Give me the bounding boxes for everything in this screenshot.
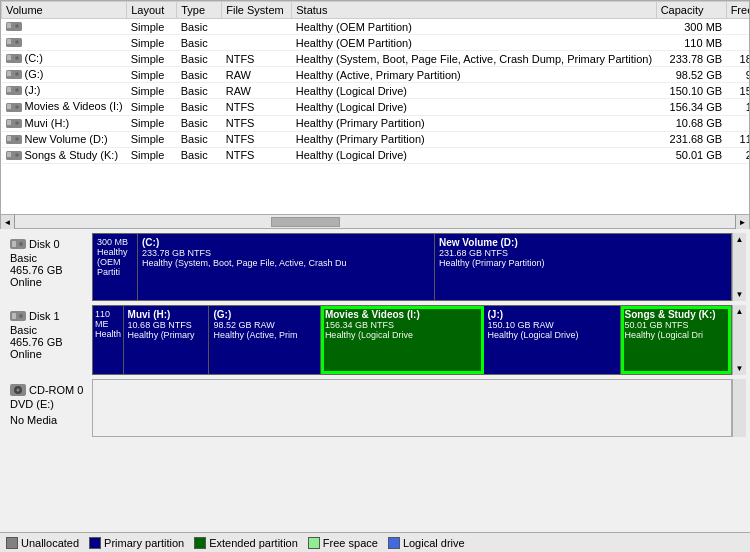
col-free[interactable]: Free Space [726,2,750,19]
table-row[interactable]: (J:) Simple Basic RAW Healthy (Logical D… [2,83,751,99]
disk0-part2[interactable]: (C:) 233.78 GB NTFS Healthy (System, Boo… [138,234,435,300]
table-row[interactable]: New Volume (D:) Simple Basic NTFS Health… [2,131,751,147]
cell-volume: Movies & Videos (I:) [2,99,127,115]
cell-layout: Simple [127,51,177,67]
legend-unallocated-label: Unallocated [21,537,79,549]
svg-rect-7 [7,55,11,60]
disk1-part1[interactable]: 110 ME Health [93,306,124,374]
svg-point-14 [15,89,19,93]
scroll-left-btn[interactable]: ◄ [1,215,15,229]
cell-free: 110 MB [726,35,750,51]
cell-status: Healthy (Logical Drive) [292,99,656,115]
col-capacity[interactable]: Capacity [656,2,726,19]
svg-rect-31 [12,313,16,319]
cell-type: Basic [177,19,222,35]
disk0-partitions: 300 MB Healthy (OEM Partiti (C:) 233.78 … [92,233,732,301]
table-row[interactable]: (C:) Simple Basic NTFS Healthy (System, … [2,51,751,67]
disk1-name: Disk 1 [29,310,60,322]
cdrom-name: CD-ROM 0 [29,384,83,396]
hdd-icon [6,37,22,49]
cell-filesystem: RAW [222,67,292,83]
legend-logical-box [388,537,400,549]
cell-layout: Simple [127,35,177,51]
hdd-icon [6,118,22,130]
hdd-icon [6,102,22,114]
hdd-icon [6,85,22,97]
svg-rect-16 [7,104,11,109]
svg-rect-13 [7,87,11,92]
cell-capacity: 233.78 GB [656,51,726,67]
legend: Unallocated Primary partition Extended p… [0,532,750,552]
disk0-part1[interactable]: 300 MB Healthy (OEM Partiti [93,234,138,300]
vscroll-cdrom[interactable] [732,379,746,437]
cell-type: Basic [177,147,222,163]
svg-rect-19 [7,120,11,125]
cdrom-row: CD-ROM 0 DVD (E:) No Media [4,379,746,437]
cell-capacity: 156.34 GB [656,99,726,115]
disk0-status: Online [10,276,42,288]
cell-free: 150.10 GB [726,83,750,99]
cell-layout: Simple [127,19,177,35]
svg-point-29 [19,242,23,246]
cell-layout: Simple [127,115,177,131]
svg-point-8 [15,56,19,60]
table-row[interactable]: Simple Basic Healthy (OEM Partition) 110… [2,35,751,51]
cell-free: 1.52 GB [726,115,750,131]
disk1-row: Disk 1 Basic 465.76 GB Online 110 ME Hea… [4,305,746,375]
legend-extended-label: Extended partition [209,537,298,549]
legend-logical-label: Logical drive [403,537,465,549]
table-row[interactable]: Simple Basic Healthy (OEM Partition) 300… [2,19,751,35]
cell-volume: (C:) [2,51,127,67]
cell-layout: Simple [127,67,177,83]
table-row[interactable]: (G:) Simple Basic RAW Healthy (Active, P… [2,67,751,83]
col-status[interactable]: Status [292,2,656,19]
table-row[interactable]: Songs & Study (K:) Simple Basic NTFS Hea… [2,147,751,163]
cell-filesystem [222,19,292,35]
cell-status: Healthy (OEM Partition) [292,35,656,51]
table-row[interactable]: Muvi (H:) Simple Basic NTFS Healthy (Pri… [2,115,751,131]
disk1-part2[interactable]: Muvi (H:) 10.68 GB NTFS Healthy (Primary [124,306,210,374]
disk0-type: Basic [10,252,37,264]
col-type[interactable]: Type [177,2,222,19]
disk1-part3[interactable]: (G:) 98.52 GB RAW Healthy (Active, Prim [209,306,320,374]
disk0-part3[interactable]: New Volume (D:) 231.68 GB NTFS Healthy (… [435,234,731,300]
cell-capacity: 50.01 GB [656,147,726,163]
disk1-type: Basic [10,324,37,336]
disk1-icon [10,309,26,323]
cell-capacity: 110 MB [656,35,726,51]
legend-unallocated: Unallocated [6,537,79,549]
disk1-part4[interactable]: Movies & Videos (I:) 156.34 GB NTFS Heal… [321,306,484,374]
cell-free: 12.02 GB [726,99,750,115]
scroll-right-btn[interactable]: ► [735,215,749,229]
vscroll-disk0[interactable]: ▲ ▼ [732,233,746,301]
col-filesystem[interactable]: File System [222,2,292,19]
vscroll-disk1[interactable]: ▲ ▼ [732,305,746,375]
cell-status: Healthy (System, Boot, Page File, Active… [292,51,656,67]
cell-layout: Simple [127,147,177,163]
cell-free: 21.38 GB [726,147,750,163]
svg-rect-4 [7,39,11,44]
col-layout[interactable]: Layout [127,2,177,19]
cell-volume: Songs & Study (K:) [2,147,127,163]
cell-status: Healthy (Primary Partition) [292,131,656,147]
hdd-icon [6,134,22,146]
cell-type: Basic [177,99,222,115]
cell-layout: Simple [127,99,177,115]
disk1-label: Disk 1 Basic 465.76 GB Online [4,305,92,375]
cell-filesystem: NTFS [222,115,292,131]
cell-layout: Simple [127,131,177,147]
legend-primary: Primary partition [89,537,184,549]
cell-capacity: 150.10 GB [656,83,726,99]
legend-free-box [308,537,320,549]
table-row[interactable]: Movies & Videos (I:) Simple Basic NTFS H… [2,99,751,115]
cdrom-label: CD-ROM 0 DVD (E:) No Media [4,379,92,437]
cell-type: Basic [177,115,222,131]
svg-point-23 [15,137,19,141]
disk0-row: Disk 0 Basic 465.76 GB Online 300 MB Hea… [4,233,746,301]
svg-point-11 [15,73,19,77]
disk1-part6[interactable]: Songs & Study (K:) 50.01 GB NTFS Healthy… [621,306,731,374]
disk1-part5[interactable]: (J:) 150.10 GB RAW Healthy (Logical Driv… [484,306,621,374]
scroll-thumb[interactable] [271,217,340,227]
col-volume[interactable]: Volume [2,2,127,19]
cell-type: Basic [177,67,222,83]
